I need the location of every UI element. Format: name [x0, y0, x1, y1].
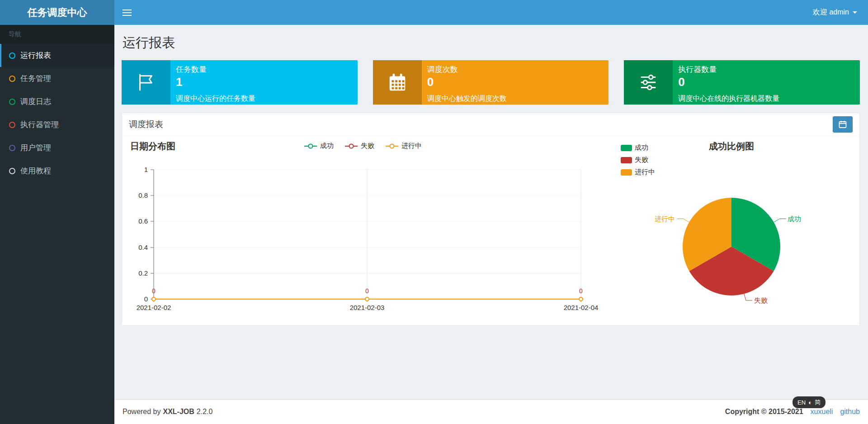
circle-icon: [9, 122, 15, 128]
sidebar-item-executors[interactable]: 执行器管理: [0, 113, 114, 136]
stat-description: 调度中心运行的任务数量: [176, 94, 352, 104]
calendar-icon: [373, 60, 422, 105]
sidebar-item-label: 运行报表: [20, 50, 51, 61]
ime-lang-en: EN: [797, 399, 806, 406]
sliders-icon: [624, 60, 673, 105]
sidebar-menu: 运行报表 任务管理 调度日志 执行器管理 用户管理 使用教程: [0, 44, 114, 182]
circle-icon: [9, 76, 15, 82]
panel-body: 日期分布图 成功: [122, 136, 859, 325]
calendar-icon: [838, 120, 847, 129]
stat-box-trigger-count: 调度次数 0 调度中心触发的调度次数: [373, 60, 609, 105]
y-tick-label: 0.6: [138, 217, 148, 225]
stat-label: 任务数量: [176, 64, 352, 75]
legend-item-fail[interactable]: 失败: [344, 142, 374, 150]
sidebar-item-label: 使用教程: [20, 166, 51, 176]
sidebar-section-label: 导航: [0, 25, 114, 44]
data-point: [152, 297, 156, 301]
brand-name: XXL-JOB: [163, 408, 194, 416]
sidebar-item-tutorial[interactable]: 使用教程: [0, 159, 114, 182]
y-tick-label: 0.2: [138, 269, 148, 277]
data-point: [365, 297, 369, 301]
y-tick-label: 0: [144, 295, 148, 303]
pie-chart-legend: 成功 失败 进行中: [621, 143, 655, 176]
legend-swatch: [621, 157, 632, 163]
stat-description: 调度中心在线的执行器机器数量: [678, 94, 854, 104]
date-distribution-chart: 日期分布图 成功: [122, 138, 604, 321]
github-link[interactable]: github: [840, 408, 860, 416]
main-area: 运行报表 任务数量 1 调度中心运行的任务数量: [114, 25, 868, 424]
data-point: [579, 297, 583, 301]
xuxueli-link[interactable]: xuxueli: [811, 408, 833, 416]
x-tick-label: 2021-02-04: [564, 304, 599, 311]
stat-description: 调度中心触发的调度次数: [427, 94, 604, 104]
app-logo[interactable]: 任务调度中心: [0, 0, 114, 25]
sidebar: 导航 运行报表 任务管理 调度日志 执行器管理 用户管理: [0, 25, 114, 424]
legend-item-fail[interactable]: 失败: [621, 156, 655, 164]
date-range-button[interactable]: [833, 116, 853, 133]
stat-box-executor-count: 执行器数量 0 调度中心在线的执行器机器数量: [624, 60, 860, 105]
legend-item-running[interactable]: 进行中: [621, 168, 655, 176]
pie-label-success: 成功: [788, 215, 801, 223]
circle-icon: [9, 168, 15, 174]
welcome-text: 欢迎 admin: [813, 8, 849, 17]
circle-icon: [9, 99, 15, 105]
app-title: 任务调度中心: [28, 6, 87, 19]
pie-label-fail: 失败: [754, 296, 768, 304]
dispatch-report-panel: 调度报表 日期分布图: [122, 113, 860, 326]
footer-powered-by: Powered by XXL-JOB 2.2.0: [123, 408, 212, 416]
user-dropdown[interactable]: 欢迎 admin: [802, 0, 868, 25]
sidebar-item-users[interactable]: 用户管理: [0, 136, 114, 159]
stat-label: 执行器数量: [678, 64, 854, 75]
line-marker-icon: [304, 143, 317, 149]
line-marker-icon: [385, 143, 399, 149]
point-label: 0: [365, 287, 369, 295]
flag-icon: [122, 60, 170, 105]
legend-item-running[interactable]: 进行中: [385, 142, 422, 150]
stat-box-job-count: 任务数量 1 调度中心运行的任务数量: [122, 60, 358, 105]
caret-down-icon: [853, 11, 857, 14]
sidebar-item-dashboard[interactable]: 运行报表: [0, 44, 114, 67]
sidebar-item-jobs[interactable]: 任务管理: [0, 67, 114, 90]
legend-swatch: [621, 169, 632, 176]
ime-indicator[interactable]: EN ◐ 简: [793, 396, 826, 408]
panel-title: 调度报表: [129, 119, 163, 130]
legend-swatch: [621, 145, 632, 151]
line-chart-legend: 成功 失败: [122, 142, 604, 150]
ime-lang-cn: 简: [815, 398, 821, 406]
stat-value: 1: [176, 75, 352, 89]
line-chart-canvas: 1 0.8 0.6 0.4 0.2 0 2021-02-02 2021-02-0…: [122, 158, 604, 321]
stat-value: 0: [427, 75, 604, 89]
point-label: 0: [152, 287, 156, 295]
y-tick-label: 0.8: [138, 191, 148, 199]
sidebar-toggle-button[interactable]: [114, 0, 140, 25]
hamburger-icon: [123, 10, 132, 10]
circle-icon: [9, 145, 15, 151]
sidebar-item-label: 调度日志: [20, 96, 51, 107]
panel-header: 调度报表: [122, 113, 859, 136]
footer-copyright-area: Copyright © 2015-2021 xuxueli github: [725, 408, 860, 416]
legend-item-success[interactable]: 成功: [621, 143, 655, 152]
stat-label: 调度次数: [427, 64, 604, 75]
stat-value: 0: [678, 75, 854, 89]
ime-switch-icon: ◐: [808, 399, 812, 406]
top-navbar: 任务调度中心 欢迎 admin: [0, 0, 868, 25]
line-marker-icon: [344, 143, 358, 149]
page-title: 运行报表: [123, 34, 860, 52]
version: 2.2.0: [197, 408, 213, 416]
legend-item-success[interactable]: 成功: [304, 142, 334, 150]
footer: Powered by XXL-JOB 2.2.0 Copyright © 201…: [114, 399, 868, 424]
y-tick-label: 0.4: [138, 243, 148, 251]
y-tick-label: 1: [144, 166, 148, 173]
sidebar-item-label: 任务管理: [20, 73, 51, 84]
app-root: 任务调度中心 欢迎 admin 导航 运行报表 任务管理: [0, 0, 868, 424]
stats-row: 任务数量 1 调度中心运行的任务数量: [122, 60, 860, 105]
copyright-text: Copyright © 2015-2021: [725, 408, 803, 416]
x-tick-label: 2021-02-03: [350, 304, 385, 311]
content: 运行报表 任务数量 1 调度中心运行的任务数量: [114, 25, 868, 399]
sidebar-item-label: 执行器管理: [20, 119, 59, 130]
x-tick-label: 2021-02-02: [137, 304, 171, 311]
point-label: 0: [579, 287, 583, 295]
sidebar-item-logs[interactable]: 调度日志: [0, 90, 114, 113]
navbar-right-area: 欢迎 admin: [114, 0, 868, 25]
success-ratio-chart: 成功 失败 进行中 成功比例图: [604, 138, 859, 321]
